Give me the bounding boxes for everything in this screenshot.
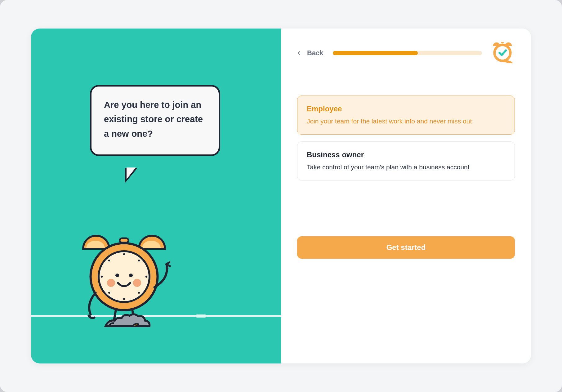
svg-point-7 bbox=[145, 276, 147, 278]
option-employee[interactable]: Employee Join your team for the latest w… bbox=[297, 96, 515, 135]
progress-fill bbox=[333, 51, 418, 55]
form-panel: Back Emplo bbox=[281, 29, 531, 363]
speech-text: Are you here to join an existing store o… bbox=[104, 98, 206, 141]
svg-point-8 bbox=[108, 260, 110, 261]
app-window: Are you here to join an existing store o… bbox=[0, 0, 562, 392]
speech-bubble: Are you here to join an existing store o… bbox=[90, 85, 220, 156]
svg-point-15 bbox=[129, 274, 133, 277]
svg-point-14 bbox=[115, 274, 119, 277]
back-label: Back bbox=[307, 49, 323, 57]
header-row: Back bbox=[297, 48, 515, 58]
svg-point-11 bbox=[138, 292, 140, 294]
svg-point-13 bbox=[133, 279, 141, 287]
progress-bar bbox=[333, 51, 482, 55]
back-button[interactable]: Back bbox=[297, 49, 323, 57]
svg-rect-19 bbox=[501, 42, 504, 43]
option-description: Join your team for the latest work info … bbox=[307, 118, 505, 125]
get-started-button[interactable]: Get started bbox=[297, 236, 515, 259]
svg-point-6 bbox=[101, 276, 103, 278]
onboarding-card: Are you here to join an existing store o… bbox=[31, 29, 531, 363]
brand-logo-icon bbox=[490, 38, 515, 63]
svg-point-12 bbox=[107, 279, 115, 287]
svg-point-3 bbox=[99, 251, 149, 302]
illustration-panel: Are you here to join an existing store o… bbox=[31, 29, 281, 363]
svg-rect-0 bbox=[120, 238, 128, 243]
role-options: Employee Join your team for the latest w… bbox=[297, 96, 515, 180]
option-title: Employee bbox=[307, 105, 505, 113]
svg-point-9 bbox=[138, 260, 140, 261]
svg-point-5 bbox=[123, 298, 125, 300]
svg-point-4 bbox=[123, 253, 125, 255]
svg-point-10 bbox=[108, 292, 110, 294]
option-title: Business owner bbox=[307, 150, 505, 159]
clock-character-icon bbox=[74, 221, 174, 332]
option-business-owner[interactable]: Business owner Take control of your team… bbox=[297, 141, 515, 180]
arrow-left-icon bbox=[297, 50, 304, 56]
option-description: Take control of your team's plan with a … bbox=[307, 163, 505, 171]
